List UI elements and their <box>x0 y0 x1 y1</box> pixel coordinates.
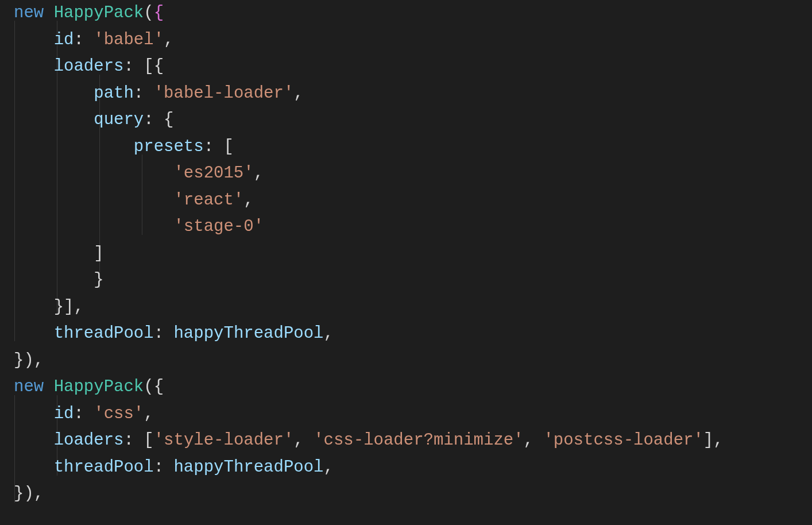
string-literal: 'babel' <box>94 30 164 49</box>
string-literal: 'stage-0' <box>173 217 264 236</box>
code-line: new HappyPack({ <box>14 377 164 396</box>
code-line: 'react', <box>14 191 254 210</box>
code-line: }), <box>14 351 44 370</box>
code-line: }], <box>14 298 84 316</box>
prop-loaders: loaders <box>54 57 124 76</box>
indent-guide <box>14 395 15 503</box>
indent-guide <box>99 75 100 288</box>
prop-threadpool: threadPool <box>54 458 154 477</box>
code-line: } <box>14 271 104 289</box>
code-line: query: { <box>14 110 173 129</box>
code-line: ] <box>14 244 104 263</box>
prop-query: query <box>94 110 144 129</box>
indent-guide <box>142 155 142 235</box>
code-line: 'stage-0' <box>14 217 264 236</box>
string-literal: 'postcss-loader' <box>543 431 703 450</box>
string-literal: 'react' <box>173 191 243 210</box>
class-name: HappyPack <box>54 3 144 22</box>
code-line: presets: [ <box>14 137 234 156</box>
prop-threadpool: threadPool <box>54 324 154 343</box>
string-literal: 'es2015' <box>173 164 253 183</box>
prop-loaders: loaders <box>54 431 124 450</box>
code-line: threadPool: happyThreadPool, <box>14 324 334 343</box>
class-name: HappyPack <box>54 377 144 396</box>
string-literal: 'style-loader' <box>154 431 294 450</box>
prop-presets: presets <box>134 137 204 156</box>
identifier: happyThreadPool <box>173 324 323 343</box>
code-line: threadPool: happyThreadPool, <box>14 458 334 477</box>
code-editor-viewport[interactable]: new HappyPack({ id: 'babel', loaders: [{… <box>0 0 812 508</box>
code-line: id: 'css', <box>14 404 154 423</box>
code-line: 'es2015', <box>14 164 264 183</box>
code-line: new HappyPack({ <box>14 3 164 22</box>
indent-guide <box>57 21 57 315</box>
code-line: loaders: [{ <box>14 57 164 76</box>
string-literal: 'css' <box>94 404 144 423</box>
identifier: happyThreadPool <box>173 458 323 477</box>
keyword-new: new <box>14 3 44 22</box>
code-line: }), <box>14 484 44 503</box>
indent-guide <box>14 21 15 341</box>
paren-open: ( <box>144 3 153 22</box>
code-line: loaders: ['style-loader', 'css-loader?mi… <box>14 431 724 450</box>
keyword-new: new <box>14 377 44 396</box>
string-literal: 'css-loader?minimize' <box>314 431 523 450</box>
brace-open-highlight: { <box>154 3 164 22</box>
string-literal: 'babel-loader' <box>154 84 294 103</box>
indent-guide <box>57 395 57 476</box>
code-line: id: 'babel', <box>14 30 173 49</box>
